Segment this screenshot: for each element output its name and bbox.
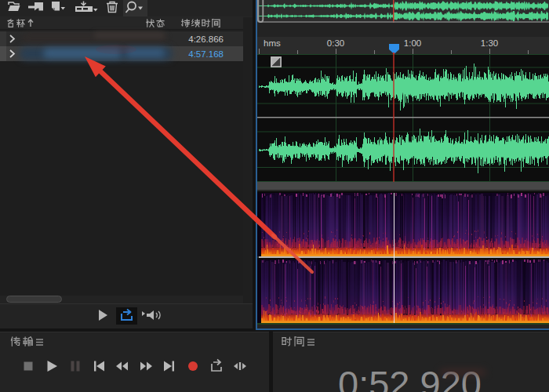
svg-text:1:30: 1:30 [481,38,498,48]
svg-text:1:00: 1:00 [404,38,421,48]
svg-text:hms: hms [264,38,281,48]
svg-text:0:30: 0:30 [327,38,344,48]
